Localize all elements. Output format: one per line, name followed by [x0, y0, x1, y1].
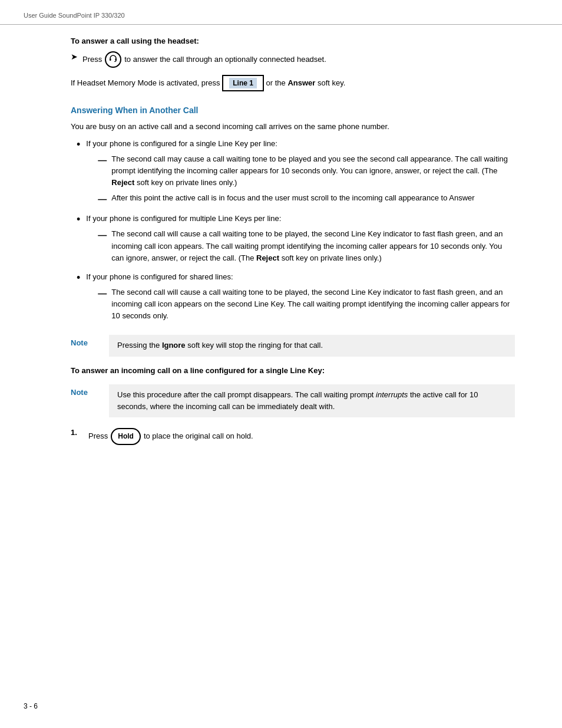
page-footer: 3 - 6	[24, 702, 38, 710]
if-headset-text1: If Headset Memory Mode is activated, pre…	[71, 78, 220, 87]
bullet-text-block: If your phone is configured for shared l…	[86, 271, 515, 326]
if-headset-text2: or the	[266, 78, 286, 87]
sub1-text: The second call may cause a call waiting…	[111, 153, 515, 189]
page-number: 3 - 6	[24, 702, 38, 710]
sub-list: — The second call will cause a call wait…	[98, 228, 515, 263]
single-line-section-title: To answer an incoming call on a line con…	[71, 366, 515, 375]
answering-when-heading: Answering When in Another Call	[71, 106, 515, 115]
headset-arrow-row: ➤ Press to answer the call through an op…	[71, 51, 515, 68]
list-item: — After this point the active call is in…	[98, 192, 515, 206]
page: User Guide SoundPoint IP 330/320 To answ…	[0, 0, 562, 728]
bullet-icon: •	[77, 272, 80, 283]
note2-text: Use this procedure after the call prompt…	[117, 390, 478, 411]
sub4-text: The second call will cause a call waitin…	[111, 286, 515, 322]
dash-icon: —	[98, 192, 107, 206]
dash-icon: —	[98, 153, 107, 167]
bullet-text-block: If your phone is configured for a single…	[86, 138, 515, 210]
list-item: — The second call will cause a call wait…	[98, 286, 515, 322]
svg-rect-0	[110, 58, 111, 61]
note1-text: Pressing the Ignore soft key will stop t…	[117, 341, 323, 350]
soft-key-text: soft key.	[318, 78, 345, 87]
bullet-text-block: If your phone is configured for multiple…	[86, 213, 515, 268]
dash-icon: —	[98, 228, 107, 242]
step1-suffix: to place the original call on hold.	[144, 430, 253, 443]
step1-number: 1.	[71, 428, 85, 437]
sub2-text: After this point the active call is in f…	[111, 192, 474, 204]
sub-list: — The second call may cause a call waiti…	[98, 153, 515, 206]
headset-memory-line: If Headset Memory Mode is activated, pre…	[71, 75, 515, 91]
bullet-list: • If your phone is configured for a sing…	[77, 138, 515, 326]
dash-icon: —	[98, 286, 107, 300]
hold-button: Hold	[111, 428, 141, 445]
list-item: • If your phone is configured for a sing…	[77, 138, 515, 210]
bullet1-text: If your phone is configured for a single…	[86, 139, 277, 148]
note2-box: Use this procedure after the call prompt…	[109, 384, 515, 417]
sub3-text: The second call will cause a call waitin…	[111, 228, 515, 263]
note1-row: Note Pressing the Ignore soft key will s…	[71, 335, 515, 356]
page-header: User Guide SoundPoint IP 330/320	[0, 0, 562, 25]
arrow-icon: ➤	[71, 52, 78, 61]
list-item: • If your phone is configured for multip…	[77, 213, 515, 268]
step1-content: Press Hold to place the original call on…	[88, 428, 253, 445]
bullet2-text: If your phone is configured for multiple…	[86, 214, 281, 223]
answering-intro: You are busy on an active call and a sec…	[71, 121, 515, 133]
answer-bold: Answer	[287, 78, 315, 87]
note1-box: Pressing the Ignore soft key will stop t…	[109, 335, 515, 356]
bullet-icon: •	[77, 139, 80, 150]
header-title: User Guide SoundPoint IP 330/320	[24, 12, 125, 19]
headset-section-title: To answer a call using the headset:	[71, 37, 515, 45]
press-label: Press	[82, 54, 102, 66]
note1-label: Note	[71, 335, 103, 347]
step1-row: 1. Press Hold to place the original call…	[71, 428, 515, 445]
svg-rect-1	[115, 58, 117, 61]
list-item: • If your phone is configured for shared…	[77, 271, 515, 326]
main-content: To answer a call using the headset: ➤ Pr…	[0, 25, 562, 475]
line1-button: Line 1	[222, 75, 264, 91]
hold-label: Hold	[118, 432, 134, 440]
step1-press: Press	[88, 430, 108, 443]
list-item: — The second call will cause a call wait…	[98, 228, 515, 263]
headset-press-line: Press to answer the call through an opti…	[82, 51, 326, 68]
headset-icon	[105, 51, 121, 68]
note2-row: Note Use this procedure after the call p…	[71, 384, 515, 417]
list-item: — The second call may cause a call waiti…	[98, 153, 515, 189]
headset-press-suffix: to answer the call through an optionally…	[124, 54, 326, 66]
line1-label: Line 1	[229, 78, 257, 88]
note2-label: Note	[71, 384, 103, 397]
sub-list: — The second call will cause a call wait…	[98, 286, 515, 322]
bullet3-text: If your phone is configured for shared l…	[86, 272, 233, 281]
bullet-icon: •	[77, 214, 80, 225]
